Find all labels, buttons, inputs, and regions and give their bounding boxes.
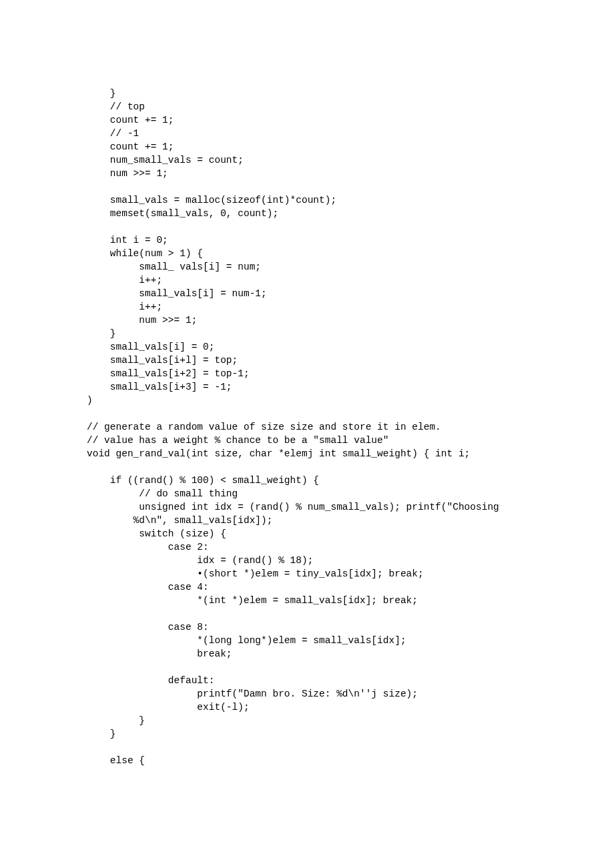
code-block: } // top count += 1; // -1 count += 1; n… <box>87 87 614 767</box>
